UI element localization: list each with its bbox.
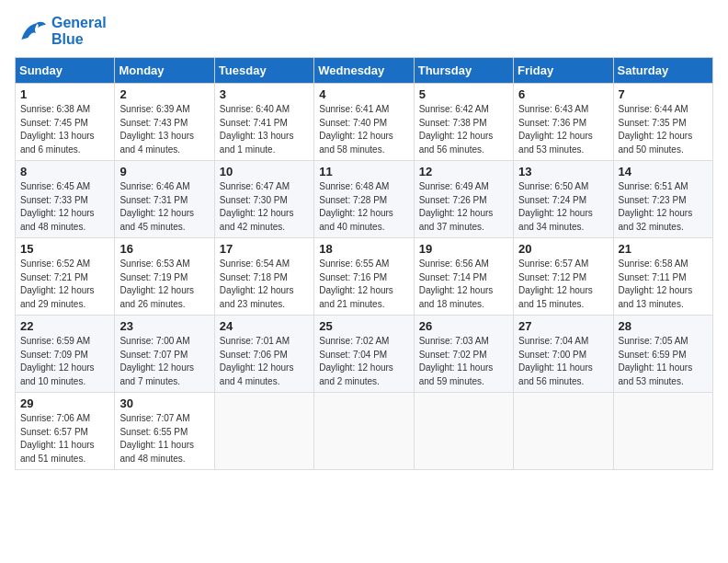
calendar-cell: 10 Sunrise: 6:47 AM Sunset: 7:30 PM Dayl…: [214, 161, 313, 238]
day-number: 21: [619, 242, 708, 256]
page-header: General Blue: [15, 15, 713, 48]
day-number: 3: [220, 87, 309, 101]
calendar-cell: 29 Sunrise: 7:06 AM Sunset: 6:57 PM Dayl…: [16, 393, 115, 470]
day-detail: Sunrise: 6:58 AM Sunset: 7:11 PM Dayligh…: [619, 258, 708, 311]
calendar-cell: 11 Sunrise: 6:48 AM Sunset: 7:28 PM Dayl…: [314, 161, 414, 238]
day-number: 29: [20, 396, 109, 410]
day-number: 11: [319, 165, 408, 178]
calendar-cell: 7 Sunrise: 6:44 AM Sunset: 7:35 PM Dayli…: [613, 84, 712, 161]
day-number: 6: [518, 87, 608, 101]
calendar-week-1: 1 Sunrise: 6:38 AM Sunset: 7:45 PM Dayli…: [16, 84, 713, 161]
calendar-cell: 19 Sunrise: 6:56 AM Sunset: 7:14 PM Dayl…: [414, 238, 513, 316]
day-number: 7: [619, 87, 708, 101]
day-number: 1: [20, 87, 109, 101]
calendar-cell: 26 Sunrise: 7:03 AM Sunset: 7:02 PM Dayl…: [414, 316, 513, 393]
day-number: 30: [119, 396, 209, 410]
day-number: 13: [518, 165, 608, 178]
day-number: 2: [119, 87, 209, 101]
calendar-cell: 22 Sunrise: 6:59 AM Sunset: 7:09 PM Dayl…: [16, 316, 115, 393]
calendar-cell: 18 Sunrise: 6:55 AM Sunset: 7:16 PM Dayl…: [314, 238, 414, 316]
day-detail: Sunrise: 6:57 AM Sunset: 7:12 PM Dayligh…: [518, 258, 608, 311]
day-number: 23: [119, 319, 209, 333]
logo-icon: [15, 17, 48, 46]
calendar-week-2: 8 Sunrise: 6:45 AM Sunset: 7:33 PM Dayli…: [16, 161, 713, 238]
calendar-cell: [514, 393, 613, 470]
column-header-friday: Friday: [514, 58, 613, 84]
day-number: 12: [419, 165, 508, 178]
day-detail: Sunrise: 7:06 AM Sunset: 6:57 PM Dayligh…: [20, 412, 109, 465]
calendar-cell: 3 Sunrise: 6:40 AM Sunset: 7:41 PM Dayli…: [214, 84, 313, 161]
day-detail: Sunrise: 7:01 AM Sunset: 7:06 PM Dayligh…: [220, 335, 309, 388]
calendar-cell: 21 Sunrise: 6:58 AM Sunset: 7:11 PM Dayl…: [613, 238, 712, 316]
day-detail: Sunrise: 6:44 AM Sunset: 7:35 PM Dayligh…: [619, 103, 708, 156]
day-number: 18: [319, 242, 408, 256]
day-detail: Sunrise: 6:39 AM Sunset: 7:43 PM Dayligh…: [119, 103, 209, 156]
day-detail: Sunrise: 6:48 AM Sunset: 7:28 PM Dayligh…: [319, 180, 408, 234]
calendar-cell: [613, 393, 712, 470]
day-detail: Sunrise: 7:04 AM Sunset: 7:00 PM Dayligh…: [518, 335, 608, 388]
day-detail: Sunrise: 6:52 AM Sunset: 7:21 PM Dayligh…: [20, 258, 109, 311]
day-detail: Sunrise: 6:47 AM Sunset: 7:30 PM Dayligh…: [220, 180, 309, 234]
calendar-cell: [214, 393, 313, 470]
day-number: 9: [119, 165, 209, 178]
day-detail: Sunrise: 6:51 AM Sunset: 7:23 PM Dayligh…: [619, 180, 708, 234]
calendar-table: SundayMondayTuesdayWednesdayThursdayFrid…: [15, 57, 713, 470]
day-number: 10: [220, 165, 309, 178]
calendar-header-row: SundayMondayTuesdayWednesdayThursdayFrid…: [16, 58, 713, 84]
calendar-cell: 12 Sunrise: 6:49 AM Sunset: 7:26 PM Dayl…: [414, 161, 513, 238]
day-detail: Sunrise: 7:05 AM Sunset: 6:59 PM Dayligh…: [619, 335, 708, 388]
calendar-week-3: 15 Sunrise: 6:52 AM Sunset: 7:21 PM Dayl…: [16, 238, 713, 316]
day-number: 17: [220, 242, 309, 256]
day-number: 20: [518, 242, 608, 256]
calendar-cell: 14 Sunrise: 6:51 AM Sunset: 7:23 PM Dayl…: [613, 161, 712, 238]
day-detail: Sunrise: 6:40 AM Sunset: 7:41 PM Dayligh…: [220, 103, 309, 156]
calendar-cell: 15 Sunrise: 6:52 AM Sunset: 7:21 PM Dayl…: [16, 238, 115, 316]
day-detail: Sunrise: 6:45 AM Sunset: 7:33 PM Dayligh…: [20, 180, 109, 234]
day-number: 26: [419, 319, 508, 333]
day-number: 4: [319, 87, 408, 101]
calendar-cell: 13 Sunrise: 6:50 AM Sunset: 7:24 PM Dayl…: [514, 161, 613, 238]
calendar-cell: 27 Sunrise: 7:04 AM Sunset: 7:00 PM Dayl…: [514, 316, 613, 393]
day-number: 24: [220, 319, 309, 333]
calendar-cell: 1 Sunrise: 6:38 AM Sunset: 7:45 PM Dayli…: [16, 84, 115, 161]
day-detail: Sunrise: 6:53 AM Sunset: 7:19 PM Dayligh…: [119, 258, 209, 311]
day-number: 19: [419, 242, 508, 256]
day-number: 15: [20, 242, 109, 256]
calendar-cell: 5 Sunrise: 6:42 AM Sunset: 7:38 PM Dayli…: [414, 84, 513, 161]
calendar-cell: 28 Sunrise: 7:05 AM Sunset: 6:59 PM Dayl…: [613, 316, 712, 393]
calendar-week-5: 29 Sunrise: 7:06 AM Sunset: 6:57 PM Dayl…: [16, 393, 713, 470]
calendar-cell: 4 Sunrise: 6:41 AM Sunset: 7:40 PM Dayli…: [314, 84, 414, 161]
column-header-sunday: Sunday: [16, 58, 115, 84]
logo-text: General Blue: [51, 15, 107, 48]
calendar-cell: 16 Sunrise: 6:53 AM Sunset: 7:19 PM Dayl…: [115, 238, 214, 316]
column-header-saturday: Saturday: [613, 58, 712, 84]
day-number: 5: [419, 87, 508, 101]
day-number: 14: [619, 165, 708, 178]
day-number: 22: [20, 319, 109, 333]
day-detail: Sunrise: 6:46 AM Sunset: 7:31 PM Dayligh…: [119, 180, 209, 234]
day-number: 28: [619, 319, 708, 333]
column-header-wednesday: Wednesday: [314, 58, 414, 84]
calendar-cell: 17 Sunrise: 6:54 AM Sunset: 7:18 PM Dayl…: [214, 238, 313, 316]
day-detail: Sunrise: 6:54 AM Sunset: 7:18 PM Dayligh…: [220, 258, 309, 311]
day-detail: Sunrise: 6:49 AM Sunset: 7:26 PM Dayligh…: [419, 180, 508, 234]
calendar-week-4: 22 Sunrise: 6:59 AM Sunset: 7:09 PM Dayl…: [16, 316, 713, 393]
calendar-cell: 9 Sunrise: 6:46 AM Sunset: 7:31 PM Dayli…: [115, 161, 214, 238]
day-detail: Sunrise: 7:07 AM Sunset: 6:55 PM Dayligh…: [119, 412, 209, 465]
day-number: 16: [119, 242, 209, 256]
day-detail: Sunrise: 6:56 AM Sunset: 7:14 PM Dayligh…: [419, 258, 508, 311]
logo: General Blue: [15, 15, 107, 48]
calendar-cell: 6 Sunrise: 6:43 AM Sunset: 7:36 PM Dayli…: [514, 84, 613, 161]
day-detail: Sunrise: 6:55 AM Sunset: 7:16 PM Dayligh…: [319, 258, 408, 311]
calendar-cell: 25 Sunrise: 7:02 AM Sunset: 7:04 PM Dayl…: [314, 316, 414, 393]
day-detail: Sunrise: 7:00 AM Sunset: 7:07 PM Dayligh…: [119, 335, 209, 388]
day-number: 25: [319, 319, 408, 333]
day-detail: Sunrise: 6:42 AM Sunset: 7:38 PM Dayligh…: [419, 103, 508, 156]
column-header-tuesday: Tuesday: [214, 58, 313, 84]
day-detail: Sunrise: 7:02 AM Sunset: 7:04 PM Dayligh…: [319, 335, 408, 388]
day-detail: Sunrise: 7:03 AM Sunset: 7:02 PM Dayligh…: [419, 335, 508, 388]
calendar-cell: 30 Sunrise: 7:07 AM Sunset: 6:55 PM Dayl…: [115, 393, 214, 470]
day-detail: Sunrise: 6:43 AM Sunset: 7:36 PM Dayligh…: [518, 103, 608, 156]
calendar-cell: 2 Sunrise: 6:39 AM Sunset: 7:43 PM Dayli…: [115, 84, 214, 161]
column-header-monday: Monday: [115, 58, 214, 84]
